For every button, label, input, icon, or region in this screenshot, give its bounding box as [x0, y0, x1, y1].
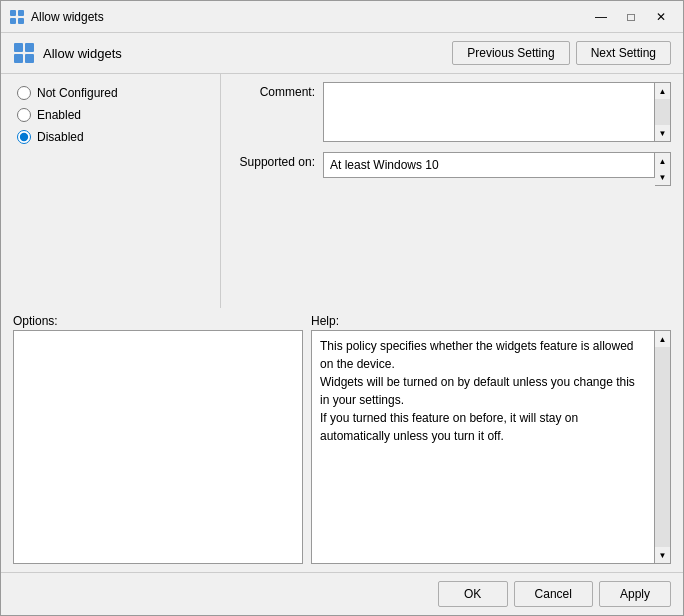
radio-enabled[interactable]: Enabled	[17, 108, 204, 122]
header-icon	[13, 42, 35, 64]
window-icon	[9, 9, 25, 25]
footer: OK Cancel Apply	[1, 572, 683, 615]
radio-disabled-label: Disabled	[37, 130, 84, 144]
svg-rect-2	[10, 18, 16, 24]
supported-control-wrap: At least Windows 10 ▲ ▼	[323, 152, 671, 186]
comment-control-wrap: ▲ ▼	[323, 82, 671, 142]
svg-rect-4	[14, 43, 23, 52]
supported-row: Supported on: At least Windows 10 ▲ ▼	[233, 152, 671, 186]
help-scrollbar: ▲ ▼	[655, 330, 671, 564]
radio-enabled-label: Enabled	[37, 108, 81, 122]
lower-labels: Options: Help:	[1, 308, 683, 330]
supported-scrollbar: ▲ ▼	[655, 152, 671, 186]
svg-rect-1	[18, 10, 24, 16]
window-controls: — □ ✕	[587, 6, 675, 28]
comment-row: Comment: ▲ ▼	[233, 82, 671, 142]
svg-rect-6	[14, 54, 23, 63]
comment-scroll-up[interactable]: ▲	[655, 83, 670, 99]
cancel-button[interactable]: Cancel	[514, 581, 593, 607]
header-section: Allow widgets Previous Setting Next Sett…	[1, 33, 683, 74]
radio-enabled-input[interactable]	[17, 108, 31, 122]
radio-group: Not Configured Enabled Disabled	[17, 86, 204, 144]
window-title: Allow widgets	[31, 10, 587, 24]
help-text-content: This policy specifies whether the widget…	[320, 339, 635, 443]
options-label: Options:	[13, 314, 303, 328]
radio-disabled[interactable]: Disabled	[17, 130, 204, 144]
next-setting-button[interactable]: Next Setting	[576, 41, 671, 65]
minimize-button[interactable]: —	[587, 6, 615, 28]
comment-scrollbar: ▲ ▼	[655, 82, 671, 142]
options-box	[13, 330, 303, 564]
main-window: Allow widgets — □ ✕ Allow widgets Previo…	[0, 0, 684, 616]
header-nav-buttons: Previous Setting Next Setting	[452, 41, 671, 65]
header-title: Allow widgets	[43, 46, 122, 61]
radio-not-configured-label: Not Configured	[37, 86, 118, 100]
lower-section: This policy specifies whether the widget…	[1, 330, 683, 572]
close-button[interactable]: ✕	[647, 6, 675, 28]
radio-disabled-input[interactable]	[17, 130, 31, 144]
help-scroll-up[interactable]: ▲	[655, 331, 670, 347]
help-area: This policy specifies whether the widget…	[311, 330, 671, 564]
help-text: This policy specifies whether the widget…	[311, 330, 655, 564]
supported-value: At least Windows 10	[323, 152, 655, 178]
supported-scroll-down[interactable]: ▼	[655, 169, 670, 185]
help-scroll-down[interactable]: ▼	[655, 547, 670, 563]
radio-not-configured-input[interactable]	[17, 86, 31, 100]
radio-not-configured[interactable]: Not Configured	[17, 86, 204, 100]
comment-scroll-down[interactable]: ▼	[655, 125, 670, 141]
left-panel: Not Configured Enabled Disabled	[1, 74, 221, 308]
help-scroll-track	[655, 347, 670, 547]
svg-rect-3	[18, 18, 24, 24]
right-panel: Comment: ▲ ▼ Supported on: At least Wind…	[221, 74, 683, 308]
comment-textarea[interactable]	[323, 82, 655, 142]
maximize-button[interactable]: □	[617, 6, 645, 28]
apply-button[interactable]: Apply	[599, 581, 671, 607]
svg-rect-7	[25, 54, 34, 63]
ok-button[interactable]: OK	[438, 581, 508, 607]
comment-label: Comment:	[233, 82, 323, 99]
header-icon-title: Allow widgets	[13, 42, 452, 64]
title-bar: Allow widgets — □ ✕	[1, 1, 683, 33]
supported-scroll-up[interactable]: ▲	[655, 153, 670, 169]
svg-rect-5	[25, 43, 34, 52]
main-body: Not Configured Enabled Disabled Comment:	[1, 74, 683, 308]
supported-label: Supported on:	[233, 152, 323, 169]
help-label: Help:	[311, 314, 671, 328]
svg-rect-0	[10, 10, 16, 16]
comment-scroll-track	[655, 99, 670, 125]
prev-setting-button[interactable]: Previous Setting	[452, 41, 569, 65]
